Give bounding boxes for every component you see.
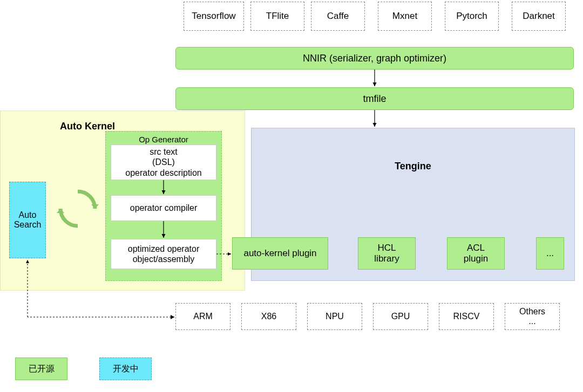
target-gpu: GPU xyxy=(373,303,428,330)
label: 已开源 xyxy=(29,363,55,375)
label: 开发中 xyxy=(113,363,139,375)
framework-caffe: Caffe xyxy=(311,2,365,31)
label: X86 xyxy=(261,312,276,321)
label: tmfile xyxy=(363,93,386,105)
cycle-icon xyxy=(57,188,99,230)
label: ARM xyxy=(193,312,213,321)
target-riscv: RISCV xyxy=(439,303,494,330)
auto-kernel-plugin-box: auto-kernel plugin xyxy=(232,237,328,270)
label: RISCV xyxy=(453,312,480,321)
label: Others... xyxy=(519,307,545,326)
src-text-box: src text (DSL) operator description xyxy=(111,145,216,180)
svg-marker-9 xyxy=(171,315,174,319)
label: Pytorch xyxy=(456,11,487,22)
target-others: Others... xyxy=(505,303,560,330)
operator-compiler-box: operator compiler xyxy=(111,195,216,221)
framework-mxnet: Mxnet xyxy=(378,2,432,31)
label: auto-kernel plugin xyxy=(243,248,316,259)
framework-tflite: TFlite xyxy=(250,2,304,31)
framework-darknet: Darknet xyxy=(512,2,566,31)
plugin-more-box: ... xyxy=(536,237,564,270)
label: optimized operator object/assembly xyxy=(128,244,200,264)
label: Mxnet xyxy=(392,11,417,22)
tmfile-block: tmfile xyxy=(175,87,574,110)
label: TFlite xyxy=(266,11,289,22)
label: Caffe xyxy=(327,11,349,22)
label: ... xyxy=(546,248,554,259)
target-x86: X86 xyxy=(241,303,296,330)
legend-open-source: 已开源 xyxy=(15,357,67,380)
svg-marker-0 xyxy=(91,204,99,209)
legend-developing: 开发中 xyxy=(99,357,152,380)
nnir-block: NNIR (serializer, graph optimizer) xyxy=(175,47,574,70)
label: GPU xyxy=(391,312,410,321)
tengine-title: Tengine xyxy=(395,161,431,172)
label: HCLlibrary xyxy=(374,243,399,264)
label: operator compiler xyxy=(130,203,198,213)
framework-pytorch: Pytorch xyxy=(445,2,499,31)
label: Darknet xyxy=(523,11,555,22)
optimized-operator-box: optimized operator object/assembly xyxy=(111,239,216,269)
auto-search-box: Auto Search xyxy=(9,182,46,258)
op-generator-title: Op Generator xyxy=(139,135,188,144)
target-npu: NPU xyxy=(307,303,362,330)
label: Auto Search xyxy=(12,210,43,230)
label: ACLplugin xyxy=(464,243,488,264)
label: NPU xyxy=(326,312,344,321)
label: Tensorflow xyxy=(192,11,235,22)
framework-tensorflow: Tensorflow xyxy=(184,2,244,31)
auto-kernel-title: Auto Kernel xyxy=(60,121,115,132)
label: NNIR (serializer, graph optimizer) xyxy=(303,53,446,64)
acl-plugin-box: ACLplugin xyxy=(447,237,505,270)
hcl-library-box: HCLlibrary xyxy=(358,237,416,270)
label: src text (DSL) operator description xyxy=(125,147,201,178)
svg-marker-1 xyxy=(57,209,64,213)
target-arm: ARM xyxy=(175,303,231,330)
